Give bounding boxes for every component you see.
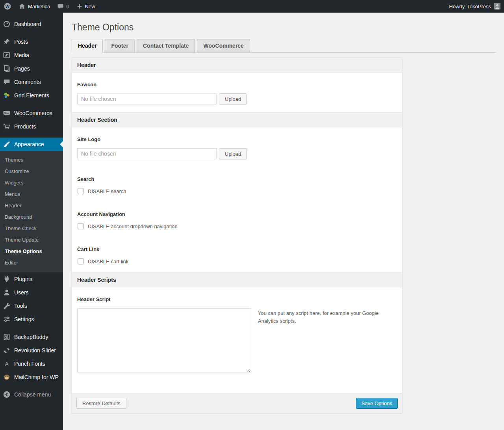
menu-separator: [0, 326, 63, 330]
sidebar-item-grid-elements[interactable]: Grid Elements: [0, 89, 63, 102]
admin-bar-left: W Marketica 0 New: [0, 0, 99, 13]
theme-options-panel: Header Favicon Upload Header Section Sit…: [72, 58, 402, 413]
site-name: Marketica: [28, 4, 50, 9]
site-logo-field: Site Logo Upload: [72, 127, 402, 167]
media-icon: [3, 51, 11, 59]
dashboard-icon: [3, 20, 11, 28]
search-label: Search: [77, 176, 397, 182]
favicon-upload-button[interactable]: Upload: [219, 93, 247, 104]
admin-sidebar: Dashboard Posts Media Pages Comments Gri…: [0, 13, 63, 430]
sidebar-item-pages[interactable]: Pages: [0, 62, 63, 75]
comment-count: 0: [66, 4, 69, 9]
site-logo-file-input[interactable]: [77, 148, 217, 159]
pages-icon: [3, 65, 11, 73]
favicon-label: Favicon: [77, 82, 397, 87]
plus-icon: [76, 3, 83, 9]
menu-separator: [0, 31, 63, 35]
sidebar-item-tools[interactable]: Tools: [0, 299, 63, 313]
sidebar-item-products[interactable]: Products: [0, 120, 63, 133]
sidebar-item-users[interactable]: Users: [0, 286, 63, 299]
circular-arrows-icon: [3, 346, 11, 354]
disable-account-navigation-label: DISABLE account dropdown navigation: [88, 223, 178, 229]
main-content: Theme Options Header Footer Contact Temp…: [63, 13, 504, 430]
submenu-item-editor[interactable]: Editor: [0, 257, 63, 268]
comments-menu[interactable]: 0: [54, 0, 72, 13]
cart-link-label: Cart Link: [77, 246, 397, 252]
wordpress-logo-icon: W: [4, 2, 11, 10]
wrench-icon: [3, 302, 11, 310]
page-title: Theme Options: [72, 22, 496, 33]
panel-footer: Restore Defaults Save Options: [72, 393, 402, 413]
submenu-item-themes[interactable]: Themes: [0, 154, 63, 166]
sidebar-item-plugins[interactable]: Plugins: [0, 272, 63, 286]
disable-search-label: DISABLE search: [88, 188, 126, 194]
comments-icon: [3, 78, 11, 86]
new-content-menu[interactable]: New: [73, 0, 99, 13]
tab-header[interactable]: Header: [72, 39, 103, 53]
sidebar-item-punch-fonts[interactable]: A Punch Fonts: [0, 357, 63, 370]
header-script-hint: You can put any script here, for example…: [258, 308, 381, 325]
mailchimp-monkey-icon: [3, 373, 11, 381]
disable-account-navigation-checkbox[interactable]: [78, 223, 84, 229]
appearance-submenu: Themes Customize Widgets Menus Header Ba…: [0, 151, 63, 272]
plugin-icon: [3, 275, 11, 283]
restore-defaults-button[interactable]: Restore Defaults: [76, 398, 126, 409]
submenu-item-theme-check[interactable]: Theme Check: [0, 223, 63, 234]
sliders-icon: [3, 315, 11, 323]
user-icon: [3, 289, 11, 296]
grid-elements-icon: [3, 91, 11, 99]
favicon-file-input[interactable]: [77, 93, 217, 104]
header-script-label: Header Script: [77, 296, 397, 302]
header-script-field: Header Script You can put any script her…: [72, 287, 402, 393]
sidebar-item-mailchimp[interactable]: MailChimp for WP: [0, 370, 63, 384]
section-header-scripts: Header Scripts: [72, 272, 402, 287]
collapse-menu-button[interactable]: Collapse menu: [0, 388, 63, 401]
search-field: Search DISABLE search: [72, 167, 402, 202]
submenu-item-menus[interactable]: Menus: [0, 188, 63, 200]
submenu-item-background[interactable]: Background: [0, 211, 63, 223]
svg-text:Woo: Woo: [4, 112, 9, 114]
disable-cart-link-checkbox[interactable]: [78, 258, 84, 264]
howdy-text: Howdy, TokoPress: [449, 4, 491, 9]
sidebar-item-dashboard[interactable]: Dashboard: [0, 17, 63, 31]
pushpin-icon: [3, 38, 11, 46]
sidebar-item-appearance[interactable]: Appearance: [0, 138, 63, 151]
sidebar-item-comments[interactable]: Comments: [0, 75, 63, 89]
home-icon: [19, 3, 26, 10]
sidebar-item-woocommerce[interactable]: Woo WooCommerce: [0, 106, 63, 120]
tab-bar: Header Footer Contact Template WooCommer…: [72, 39, 496, 53]
comment-bubble-icon: [57, 3, 64, 10]
submenu-item-theme-options[interactable]: Theme Options: [0, 246, 63, 257]
tab-contact-template[interactable]: Contact Template: [137, 39, 195, 53]
collapse-arrow-icon: [3, 391, 11, 398]
sidebar-item-revolution-slider[interactable]: Revolution Slider: [0, 344, 63, 357]
letter-a-icon: A: [3, 360, 11, 368]
cart-link-field: Cart Link DISABLE cart link: [72, 237, 402, 272]
disable-search-checkbox[interactable]: [78, 188, 84, 194]
my-account-menu[interactable]: Howdy, TokoPress: [449, 3, 504, 9]
disable-cart-link-label: DISABLE cart link: [88, 259, 128, 264]
sidebar-item-settings[interactable]: Settings: [0, 313, 63, 326]
svg-text:W: W: [6, 4, 10, 9]
menu-separator: [0, 102, 63, 106]
save-options-button[interactable]: Save Options: [356, 398, 398, 409]
site-logo-upload-button[interactable]: Upload: [219, 148, 247, 159]
wp-logo-menu[interactable]: W: [0, 0, 15, 13]
tab-woocommerce[interactable]: WooCommerce: [197, 39, 250, 53]
section-header-section: Header Section: [72, 112, 402, 127]
submenu-item-widgets[interactable]: Widgets: [0, 177, 63, 188]
tab-footer[interactable]: Footer: [105, 39, 135, 53]
header-script-textarea[interactable]: [77, 308, 251, 372]
woocommerce-badge-icon: Woo: [3, 109, 11, 117]
sidebar-item-media[interactable]: Media: [0, 48, 63, 62]
submenu-item-theme-update[interactable]: Theme Update: [0, 234, 63, 246]
sidebar-item-posts[interactable]: Posts: [0, 35, 63, 48]
submenu-item-customize[interactable]: Customize: [0, 166, 63, 177]
site-name-menu[interactable]: Marketica: [15, 0, 54, 13]
cart-icon: [3, 123, 11, 130]
account-navigation-label: Account Navigation: [77, 211, 397, 217]
site-logo-label: Site Logo: [77, 136, 397, 142]
sidebar-item-backupbuddy[interactable]: BackupBuddy: [0, 330, 63, 344]
menu-separator: [0, 133, 63, 138]
submenu-item-header[interactable]: Header: [0, 200, 63, 211]
